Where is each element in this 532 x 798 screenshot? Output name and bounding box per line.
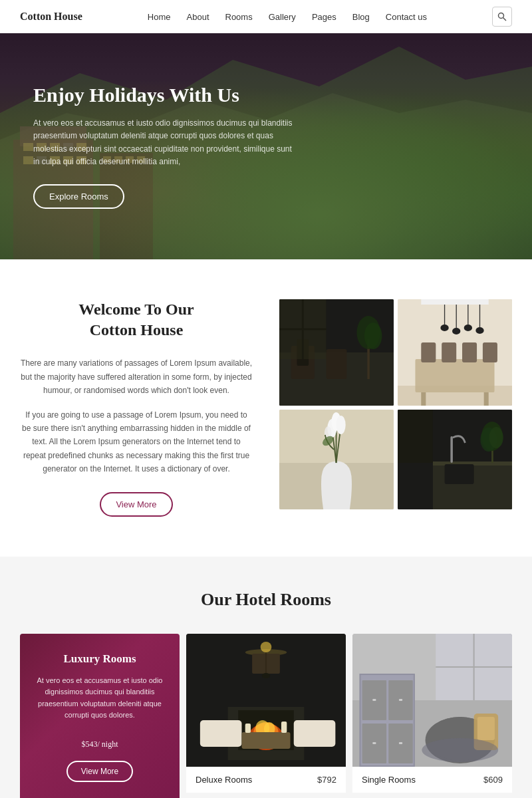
svg-point-104 xyxy=(422,738,498,762)
welcome-image-1 xyxy=(279,299,394,406)
svg-rect-96 xyxy=(372,699,376,701)
svg-rect-47 xyxy=(442,342,456,362)
svg-point-29 xyxy=(364,323,382,349)
navbar: Cotton House Home About Rooms Gallery Pa… xyxy=(0,0,532,33)
welcome-image-2 xyxy=(398,299,512,406)
svg-rect-83 xyxy=(245,724,251,733)
nav-gallery[interactable]: Gallery xyxy=(269,12,296,22)
svg-rect-78 xyxy=(200,720,242,747)
svg-rect-70 xyxy=(398,410,433,463)
view-more-button[interactable]: View More xyxy=(100,492,172,517)
svg-rect-50 xyxy=(398,386,512,406)
nav-contact[interactable]: Contact us xyxy=(386,12,427,22)
hero-text: At vero eos et accusamus et iusto odio d… xyxy=(33,117,293,168)
svg-rect-49 xyxy=(483,342,497,362)
svg-point-87 xyxy=(262,673,271,678)
deluxe-room-footer: Deluxe Rooms $792 xyxy=(186,767,346,793)
hero-content: Enjoy Holidays With Us At vero eos et ac… xyxy=(0,57,326,235)
nav-pages[interactable]: Pages xyxy=(312,12,336,22)
search-icon xyxy=(497,12,507,21)
site-logo[interactable]: Cotton House xyxy=(20,11,82,23)
svg-rect-46 xyxy=(421,342,436,362)
svg-point-40 xyxy=(464,325,472,331)
nav-about[interactable]: About xyxy=(187,12,209,22)
rooms-section: Our Hotel Rooms Luxury Rooms At vero eos… xyxy=(0,557,532,799)
welcome-images-grid xyxy=(279,299,512,509)
svg-rect-82 xyxy=(241,732,290,749)
nav-rooms[interactable]: Rooms xyxy=(225,12,253,22)
svg-point-58 xyxy=(336,416,346,434)
svg-rect-103 xyxy=(477,717,495,740)
svg-point-42 xyxy=(475,327,483,334)
luxury-room-price: $543/ night xyxy=(81,735,118,750)
svg-rect-26 xyxy=(327,349,347,379)
luxury-room-card: Luxury Rooms At vero eos et accusamus et… xyxy=(20,634,180,799)
deluxe-room-image xyxy=(186,634,346,767)
svg-rect-99 xyxy=(399,742,402,744)
hero-title: Enjoy Holidays With Us xyxy=(33,84,293,106)
svg-point-36 xyxy=(440,325,448,331)
svg-rect-79 xyxy=(294,720,336,747)
luxury-price-unit: / night xyxy=(97,739,118,749)
rooms-grid: Luxury Rooms At vero eos et accusamus et… xyxy=(20,634,512,799)
welcome-btn-wrap: View More xyxy=(20,492,253,517)
svg-point-0 xyxy=(498,13,503,18)
svg-rect-65 xyxy=(445,464,474,484)
svg-rect-97 xyxy=(399,699,402,701)
hero-section: Enjoy Holidays With Us At vero eos et ac… xyxy=(0,33,532,259)
single-room-footer: Single Rooms $609 xyxy=(352,767,512,793)
welcome-para-2: If you are going to use a passage of Lor… xyxy=(20,408,253,476)
svg-rect-84 xyxy=(281,722,287,733)
svg-line-1 xyxy=(503,17,506,21)
single-room-image xyxy=(352,634,512,767)
welcome-text-area: Welcome To OurCotton House There are man… xyxy=(20,299,259,517)
svg-point-69 xyxy=(489,427,503,448)
search-button[interactable] xyxy=(492,7,512,27)
welcome-section: Welcome To OurCotton House There are man… xyxy=(0,259,532,557)
luxury-room-name: Luxury Rooms xyxy=(63,652,136,666)
welcome-image-4 xyxy=(398,410,512,509)
svg-point-38 xyxy=(452,328,460,334)
nav-blog[interactable]: Blog xyxy=(352,12,370,22)
luxury-view-more-button[interactable]: View More xyxy=(66,761,133,782)
deluxe-room-card: Deluxe Rooms $792 xyxy=(186,634,346,799)
rooms-section-title: Our Hotel Rooms xyxy=(20,590,512,610)
svg-rect-64 xyxy=(450,436,453,463)
svg-rect-98 xyxy=(372,742,376,744)
explore-rooms-button[interactable]: Explore Rooms xyxy=(33,184,124,209)
welcome-image-3 xyxy=(279,410,394,509)
welcome-title: Welcome To OurCotton House xyxy=(20,299,253,340)
nav-home[interactable]: Home xyxy=(148,12,171,22)
svg-rect-34 xyxy=(421,299,488,305)
svg-rect-48 xyxy=(462,342,477,362)
nav-links: Home About Rooms Gallery Pages Blog Cont… xyxy=(148,11,427,23)
single-room-name: Single Rooms xyxy=(362,775,416,785)
single-room-card: Single Rooms $609 xyxy=(352,634,512,799)
single-room-price: $609 xyxy=(483,775,503,785)
luxury-room-desc: At vero eos et accusamus et iusto odio d… xyxy=(35,675,165,722)
deluxe-room-name: Deluxe Rooms xyxy=(196,775,252,785)
deluxe-room-price: $792 xyxy=(317,775,336,785)
welcome-para-1: There are many variations of passages of… xyxy=(20,356,253,397)
